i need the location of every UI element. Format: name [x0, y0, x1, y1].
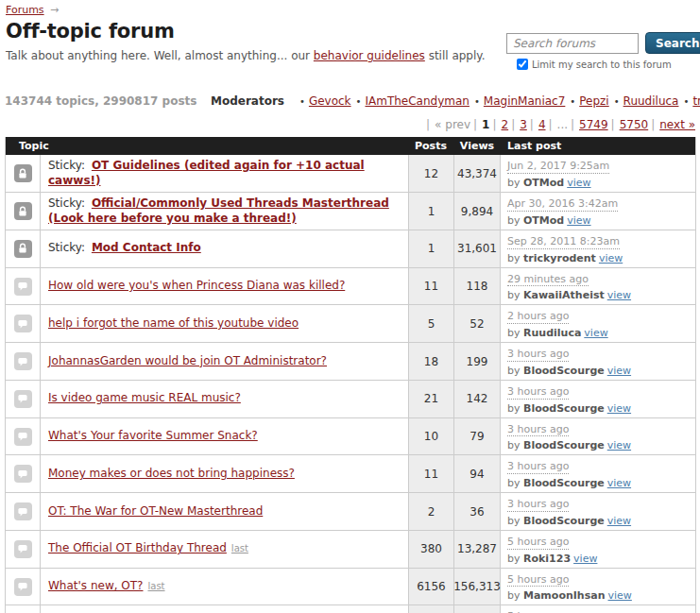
- limit-search-checkbox[interactable]: [517, 59, 528, 70]
- view-link[interactable]: view: [607, 439, 631, 451]
- view-link[interactable]: view: [567, 214, 590, 227]
- topic-link[interactable]: Mod Contact Info: [92, 241, 201, 254]
- topic-status-cell: [6, 381, 41, 417]
- topic-link[interactable]: OT Guidelines (edited again for +10 actu…: [48, 159, 365, 187]
- topic-status-cell: [6, 343, 41, 380]
- pagination-separator: |: [651, 118, 655, 131]
- topic-cell: JohannasGarden would be join OT Administ…: [41, 343, 408, 380]
- last-post-username: BloodScourge: [523, 515, 605, 527]
- last-post-username: MamoonIhsan: [523, 589, 606, 602]
- search-area: Search Limit my search to this forum: [506, 32, 695, 70]
- last-post-cell: 29 minutes ago by KawaiiAtheistview: [501, 268, 695, 305]
- pagination-cell: |5749: [568, 118, 608, 131]
- last-post-date-link[interactable]: 5 hours ago: [507, 573, 569, 587]
- topic-link[interactable]: help i forgot the name of this youtube v…: [48, 316, 299, 330]
- pagination-item[interactable]: 3: [520, 118, 527, 131]
- pagination-item[interactable]: 1: [482, 118, 489, 131]
- last-post-username: Ruudiluca: [523, 327, 581, 339]
- breadcrumb: Forums →: [6, 4, 696, 16]
- topic-cell: OT: The War for OT-New Masterthread: [41, 493, 408, 530]
- posts-count: 11: [408, 455, 453, 492]
- view-link[interactable]: view: [608, 589, 632, 602]
- search-input[interactable]: [506, 33, 639, 54]
- last-post-date-link[interactable]: 3 hours ago: [507, 423, 569, 437]
- table-row: What's new, OT?last 6156 156,313 5 hours…: [6, 569, 695, 606]
- view-link[interactable]: view: [607, 515, 631, 527]
- moderator-link[interactable]: trickyrodent: [692, 94, 700, 108]
- jump-to-last-link[interactable]: last: [231, 543, 248, 553]
- last-post-date-link[interactable]: 3 hours ago: [507, 348, 569, 362]
- last-post-username: BloodScourge: [523, 439, 605, 451]
- last-post-date-link[interactable]: 29 minutes ago: [507, 273, 589, 287]
- jump-to-last-link[interactable]: last: [147, 581, 164, 591]
- last-post-date-link[interactable]: Sep 28, 2011 8:23am: [507, 235, 620, 249]
- topic-status-cell: [6, 455, 41, 492]
- last-post-date-link[interactable]: 3 hours ago: [507, 460, 569, 474]
- topic-status-cell: [6, 305, 41, 342]
- topic-link[interactable]: What's new, OT?: [48, 579, 143, 592]
- view-link[interactable]: view: [607, 289, 631, 301]
- view-link[interactable]: view: [567, 177, 590, 189]
- topic-link[interactable]: How old were you's when Princess Diana w…: [48, 279, 345, 292]
- views-count: 79: [453, 418, 501, 455]
- last-post-date-link[interactable]: Apr 30, 2016 3:42am: [507, 197, 618, 212]
- moderator-link[interactable]: Ruudiluca: [623, 94, 679, 108]
- by-label: by: [507, 214, 521, 227]
- bullet-icon: •: [570, 96, 575, 107]
- by-label: by: [507, 553, 521, 565]
- pagination-item[interactable]: ...: [557, 118, 568, 131]
- moderator-link[interactable]: MaginManiac7: [484, 94, 566, 108]
- limit-search-option[interactable]: Limit my search to this forum: [517, 59, 695, 70]
- pagination-cell: |3: [508, 118, 527, 131]
- topic-link[interactable]: JohannasGarden would be join OT Administ…: [48, 354, 327, 367]
- last-post-by: by BloodScourgeview: [507, 477, 689, 489]
- view-link[interactable]: view: [607, 365, 631, 377]
- table-header-row: Topic Posts Views Last post: [6, 137, 695, 155]
- topic-link[interactable]: OT: The War for OT-New Masterthread: [48, 504, 263, 518]
- topic-link[interactable]: Money makes or does not bring happiness?: [48, 467, 295, 480]
- moderator-link[interactable]: Pepzi: [579, 94, 608, 108]
- last-post-by: by OTModview: [507, 214, 689, 227]
- last-post-date-link[interactable]: 3 hours ago: [507, 385, 569, 400]
- view-link[interactable]: view: [599, 252, 623, 264]
- topic-link[interactable]: What's Your favorite Summer Snack?: [48, 429, 258, 442]
- topic-link[interactable]: Official/Commonly Used Threads Masterthr…: [48, 196, 389, 225]
- topic-cell: How old were you's when Princess Diana w…: [41, 268, 408, 305]
- pagination-item[interactable]: « prev: [435, 118, 470, 131]
- by-label: by: [507, 177, 521, 189]
- behavior-guidelines-link[interactable]: behavior guidelines: [314, 49, 425, 62]
- topics-table: Topic Posts Views Last post: [5, 137, 696, 613]
- pagination-item[interactable]: 2: [502, 118, 509, 131]
- pagination-item[interactable]: 5750: [620, 118, 649, 131]
- pagination-item[interactable]: next »: [659, 118, 695, 131]
- last-post-by: by MamoonIhsanview: [507, 589, 689, 602]
- last-post-date-link[interactable]: 2 hours ago: [507, 310, 569, 324]
- topic-status-cell: [6, 193, 41, 230]
- moderator-link[interactable]: Gevock: [309, 94, 351, 108]
- view-link[interactable]: view: [584, 327, 607, 339]
- last-post-date-link[interactable]: 3 hours ago: [507, 498, 569, 512]
- bullet-icon: •: [356, 96, 362, 107]
- moderators-block: Moderators•Gevock•IAmTheCandyman•MaginMa…: [211, 94, 700, 110]
- search-button[interactable]: Search: [645, 32, 700, 54]
- last-post-by: by Ruudilucaview: [507, 327, 689, 339]
- sticky-prefix: Sticky:: [48, 159, 89, 172]
- pagination-item[interactable]: 4: [538, 118, 546, 131]
- view-link[interactable]: view: [607, 402, 631, 415]
- topic-status-cell: [6, 268, 41, 305]
- topic-cell: The Official OT Birthday Threadlast: [41, 531, 408, 568]
- bullet-icon: •: [474, 96, 480, 107]
- table-row: The Official OT Birthday Threadlast 380 …: [6, 531, 695, 569]
- breadcrumb-forums-link[interactable]: Forums: [6, 4, 44, 16]
- views-count: 156,313: [453, 569, 501, 605]
- moderator-link[interactable]: IAmTheCandyman: [365, 94, 469, 108]
- pagination-item[interactable]: 5749: [579, 118, 608, 131]
- last-post-date-link[interactable]: 5 hours ago: [507, 536, 569, 550]
- view-link[interactable]: view: [573, 553, 597, 565]
- topic-status-cell: [6, 531, 41, 568]
- views-count: 13,287: [453, 531, 501, 568]
- topic-link[interactable]: Is video game music REAL music?: [48, 391, 241, 404]
- view-link[interactable]: view: [607, 477, 631, 489]
- topic-link[interactable]: The Official OT Birthday Thread: [48, 541, 227, 554]
- last-post-date-link[interactable]: Jun 2, 2017 9:25am: [507, 160, 609, 174]
